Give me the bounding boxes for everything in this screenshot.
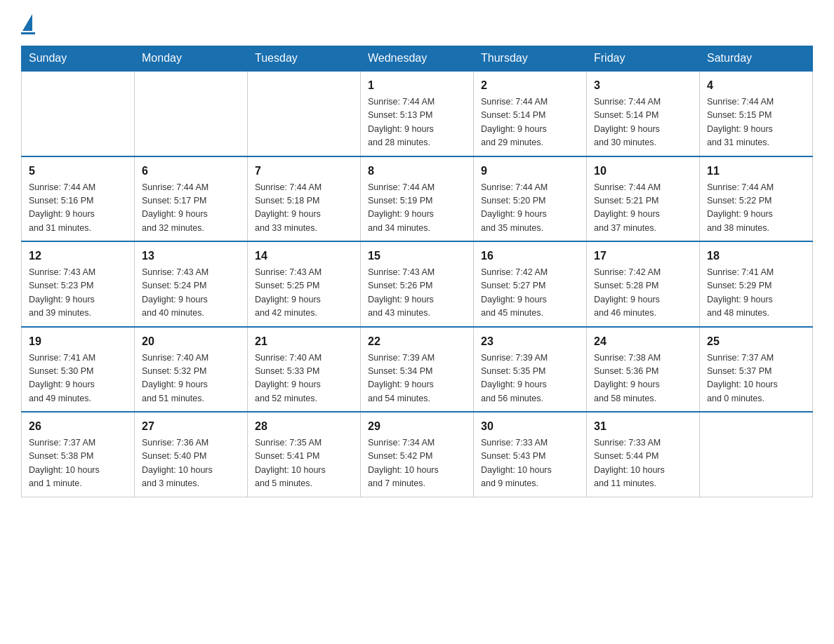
header-friday: Friday: [587, 46, 700, 72]
calendar-cell: 1Sunrise: 7:44 AM Sunset: 5:13 PM Daylig…: [361, 71, 474, 156]
day-number: 26: [29, 418, 127, 435]
day-number: 28: [255, 418, 353, 435]
calendar-cell: 11Sunrise: 7:44 AM Sunset: 5:22 PM Dayli…: [700, 156, 813, 242]
day-number: 29: [368, 418, 466, 435]
day-number: 15: [368, 248, 466, 264]
day-number: 23: [481, 333, 579, 350]
calendar-body: 1Sunrise: 7:44 AM Sunset: 5:13 PM Daylig…: [22, 71, 813, 497]
calendar-cell: 7Sunrise: 7:44 AM Sunset: 5:18 PM Daylig…: [248, 156, 361, 242]
day-info: Sunrise: 7:44 AM Sunset: 5:14 PM Dayligh…: [594, 95, 692, 150]
day-number: 10: [594, 163, 692, 180]
day-info: Sunrise: 7:33 AM Sunset: 5:44 PM Dayligh…: [594, 436, 692, 491]
day-info: Sunrise: 7:41 AM Sunset: 5:29 PM Dayligh…: [707, 266, 805, 321]
header-monday: Monday: [135, 46, 248, 72]
calendar-cell: 24Sunrise: 7:38 AM Sunset: 5:36 PM Dayli…: [587, 327, 700, 412]
calendar-cell: 20Sunrise: 7:40 AM Sunset: 5:32 PM Dayli…: [135, 327, 248, 412]
calendar-cell: 17Sunrise: 7:42 AM Sunset: 5:28 PM Dayli…: [587, 241, 700, 327]
day-info: Sunrise: 7:44 AM Sunset: 5:21 PM Dayligh…: [594, 181, 692, 236]
calendar-cell: 13Sunrise: 7:43 AM Sunset: 5:24 PM Dayli…: [135, 241, 248, 327]
header-saturday: Saturday: [700, 46, 813, 72]
calendar-cell: [248, 71, 361, 156]
calendar-cell: 28Sunrise: 7:35 AM Sunset: 5:41 PM Dayli…: [248, 412, 361, 497]
day-info: Sunrise: 7:35 AM Sunset: 5:41 PM Dayligh…: [255, 436, 353, 491]
day-number: 31: [594, 418, 692, 435]
day-info: Sunrise: 7:40 AM Sunset: 5:33 PM Dayligh…: [255, 351, 353, 406]
calendar-cell: 19Sunrise: 7:41 AM Sunset: 5:30 PM Dayli…: [22, 327, 135, 412]
day-info: Sunrise: 7:44 AM Sunset: 5:16 PM Dayligh…: [29, 181, 127, 236]
calendar-cell: 15Sunrise: 7:43 AM Sunset: 5:26 PM Dayli…: [361, 241, 474, 327]
calendar-cell: [22, 71, 135, 156]
day-number: 12: [29, 248, 127, 264]
day-info: Sunrise: 7:44 AM Sunset: 5:20 PM Dayligh…: [481, 181, 579, 236]
day-info: Sunrise: 7:44 AM Sunset: 5:13 PM Dayligh…: [368, 95, 466, 150]
calendar-cell: 21Sunrise: 7:40 AM Sunset: 5:33 PM Dayli…: [248, 327, 361, 412]
calendar-week-row: 19Sunrise: 7:41 AM Sunset: 5:30 PM Dayli…: [22, 327, 813, 412]
day-number: 18: [707, 248, 805, 264]
calendar-cell: 22Sunrise: 7:39 AM Sunset: 5:34 PM Dayli…: [361, 327, 474, 412]
calendar-header: Sunday Monday Tuesday Wednesday Thursday…: [22, 46, 813, 72]
header-tuesday: Tuesday: [248, 46, 361, 72]
day-number: 13: [142, 248, 240, 264]
calendar-cell: 10Sunrise: 7:44 AM Sunset: 5:21 PM Dayli…: [587, 156, 700, 242]
day-info: Sunrise: 7:44 AM Sunset: 5:18 PM Dayligh…: [255, 181, 353, 236]
day-info: Sunrise: 7:43 AM Sunset: 5:25 PM Dayligh…: [255, 266, 353, 321]
calendar-cell: 4Sunrise: 7:44 AM Sunset: 5:15 PM Daylig…: [700, 71, 813, 156]
day-info: Sunrise: 7:38 AM Sunset: 5:36 PM Dayligh…: [594, 351, 692, 406]
calendar-cell: 30Sunrise: 7:33 AM Sunset: 5:43 PM Dayli…: [474, 412, 587, 497]
day-info: Sunrise: 7:44 AM Sunset: 5:15 PM Dayligh…: [707, 95, 805, 150]
day-number: 30: [481, 418, 579, 435]
day-info: Sunrise: 7:37 AM Sunset: 5:37 PM Dayligh…: [707, 351, 805, 406]
day-info: Sunrise: 7:33 AM Sunset: 5:43 PM Dayligh…: [481, 436, 579, 491]
calendar-cell: 5Sunrise: 7:44 AM Sunset: 5:16 PM Daylig…: [22, 156, 135, 242]
calendar-cell: 16Sunrise: 7:42 AM Sunset: 5:27 PM Dayli…: [474, 241, 587, 327]
calendar-cell: 23Sunrise: 7:39 AM Sunset: 5:35 PM Dayli…: [474, 327, 587, 412]
day-number: 16: [481, 248, 579, 264]
day-number: 9: [481, 163, 579, 180]
calendar-cell: [700, 412, 813, 497]
logo-triangle-icon: [22, 14, 32, 31]
day-info: Sunrise: 7:44 AM Sunset: 5:22 PM Dayligh…: [707, 181, 805, 236]
day-info: Sunrise: 7:40 AM Sunset: 5:32 PM Dayligh…: [142, 351, 240, 406]
day-number: 6: [142, 163, 240, 180]
weekday-header-row: Sunday Monday Tuesday Wednesday Thursday…: [22, 46, 813, 72]
calendar-week-row: 26Sunrise: 7:37 AM Sunset: 5:38 PM Dayli…: [22, 412, 813, 497]
calendar-cell: 31Sunrise: 7:33 AM Sunset: 5:44 PM Dayli…: [587, 412, 700, 497]
header-wednesday: Wednesday: [361, 46, 474, 72]
day-info: Sunrise: 7:42 AM Sunset: 5:28 PM Dayligh…: [594, 266, 692, 321]
day-info: Sunrise: 7:36 AM Sunset: 5:40 PM Dayligh…: [142, 436, 240, 491]
day-info: Sunrise: 7:44 AM Sunset: 5:14 PM Dayligh…: [481, 95, 579, 150]
day-info: Sunrise: 7:43 AM Sunset: 5:24 PM Dayligh…: [142, 266, 240, 321]
day-number: 19: [29, 333, 127, 350]
day-info: Sunrise: 7:43 AM Sunset: 5:26 PM Dayligh…: [368, 266, 466, 321]
day-number: 17: [594, 248, 692, 264]
calendar-cell: 18Sunrise: 7:41 AM Sunset: 5:29 PM Dayli…: [700, 241, 813, 327]
calendar-cell: 29Sunrise: 7:34 AM Sunset: 5:42 PM Dayli…: [361, 412, 474, 497]
calendar-week-row: 1Sunrise: 7:44 AM Sunset: 5:13 PM Daylig…: [22, 71, 813, 156]
day-number: 11: [707, 163, 805, 180]
day-number: 21: [255, 333, 353, 350]
day-number: 20: [142, 333, 240, 350]
day-number: 1: [368, 77, 466, 94]
calendar-week-row: 12Sunrise: 7:43 AM Sunset: 5:23 PM Dayli…: [22, 241, 813, 327]
calendar-cell: 2Sunrise: 7:44 AM Sunset: 5:14 PM Daylig…: [474, 71, 587, 156]
calendar-cell: 8Sunrise: 7:44 AM Sunset: 5:19 PM Daylig…: [361, 156, 474, 242]
header-thursday: Thursday: [474, 46, 587, 72]
day-number: 7: [255, 163, 353, 180]
day-info: Sunrise: 7:41 AM Sunset: 5:30 PM Dayligh…: [29, 351, 127, 406]
day-number: 3: [594, 77, 692, 94]
calendar-week-row: 5Sunrise: 7:44 AM Sunset: 5:16 PM Daylig…: [22, 156, 813, 242]
day-info: Sunrise: 7:43 AM Sunset: 5:23 PM Dayligh…: [29, 266, 127, 321]
calendar-cell: 12Sunrise: 7:43 AM Sunset: 5:23 PM Dayli…: [22, 241, 135, 327]
header-sunday: Sunday: [22, 46, 135, 72]
calendar-cell: 6Sunrise: 7:44 AM Sunset: 5:17 PM Daylig…: [135, 156, 248, 242]
day-number: 8: [368, 163, 466, 180]
logo-underline: [21, 32, 35, 34]
day-number: 4: [707, 77, 805, 94]
calendar-cell: [135, 71, 248, 156]
calendar-table: Sunday Monday Tuesday Wednesday Thursday…: [21, 46, 813, 497]
day-number: 25: [707, 333, 805, 350]
calendar-cell: 27Sunrise: 7:36 AM Sunset: 5:40 PM Dayli…: [135, 412, 248, 497]
day-number: 14: [255, 248, 353, 264]
day-info: Sunrise: 7:34 AM Sunset: 5:42 PM Dayligh…: [368, 436, 466, 491]
day-info: Sunrise: 7:42 AM Sunset: 5:27 PM Dayligh…: [481, 266, 579, 321]
